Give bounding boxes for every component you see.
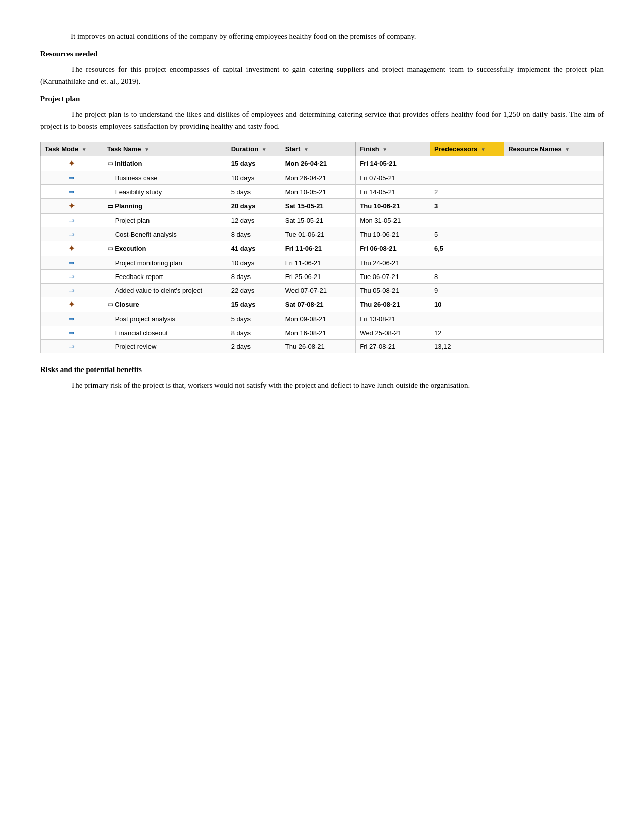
table-row: ⇒Feasibility study5 daysMon 10-05-21Fri …: [41, 185, 604, 199]
task-name-cell: Project plan: [103, 214, 227, 227]
start-cell: Sat 15-05-21: [281, 214, 356, 227]
finish-cell: Fri 06-08-21: [356, 241, 430, 256]
table-row: ⇒Project monitoring plan10 daysFri 11-06…: [41, 256, 604, 270]
task-name-cell: Post project analysis: [103, 312, 227, 326]
dropdown-arrow-mode[interactable]: ▼: [82, 147, 87, 152]
predecessors-cell: 5: [430, 227, 504, 241]
task-icon: ⇒: [69, 230, 75, 238]
task-name-cell: Project review: [103, 340, 227, 353]
task-mode-cell: ⇒: [41, 340, 103, 353]
task-name-cell: ▭ Initiation: [103, 156, 227, 171]
col-header-predecessors[interactable]: Predecessors ▼: [430, 142, 504, 156]
table-row: ⇒Project plan12 daysSat 15-05-21Mon 31-0…: [41, 214, 604, 227]
summary-icon: ✦: [68, 244, 75, 253]
predecessors-cell: 13,12: [430, 340, 504, 353]
col-header-mode[interactable]: Task Mode ▼: [41, 142, 103, 156]
finish-cell: Thu 24-06-21: [356, 256, 430, 270]
dropdown-arrow-duration[interactable]: ▼: [262, 147, 267, 152]
task-mode-cell: ✦: [41, 156, 103, 171]
start-cell: Mon 16-08-21: [281, 326, 356, 340]
task-icon: ⇒: [69, 216, 75, 224]
task-icon: ⇒: [69, 174, 75, 182]
task-mode-cell: ⇒: [41, 227, 103, 241]
predecessors-cell: 10: [430, 297, 504, 312]
start-cell: Sat 15-05-21: [281, 199, 356, 214]
duration-cell: 22 days: [227, 284, 281, 297]
table-row: ⇒Business case10 daysMon 26-04-21Fri 07-…: [41, 171, 604, 185]
task-icon: ⇒: [69, 315, 75, 323]
table-row: ⇒Financial closeout8 daysMon 16-08-21Wed…: [41, 326, 604, 340]
duration-cell: 15 days: [227, 156, 281, 171]
finish-cell: Thu 10-06-21: [356, 227, 430, 241]
resource-cell: [504, 171, 604, 185]
task-mode-cell: ⇒: [41, 326, 103, 340]
summary-prefix: ▭: [107, 160, 115, 167]
predecessors-cell: [430, 312, 504, 326]
col-header-duration[interactable]: Duration ▼: [227, 142, 281, 156]
summary-prefix: ▭: [107, 301, 115, 308]
dropdown-arrow-name[interactable]: ▼: [144, 147, 150, 152]
predecessors-cell: [430, 214, 504, 227]
task-name-cell: Cost-Benefit analysis: [103, 227, 227, 241]
projectplan-paragraph: The project plan is to understand the li…: [40, 108, 604, 132]
task-name-cell: Feasibility study: [103, 185, 227, 199]
resource-cell: [504, 270, 604, 284]
resource-cell: [504, 241, 604, 256]
start-cell: Mon 10-05-21: [281, 185, 356, 199]
start-cell: Wed 07-07-21: [281, 284, 356, 297]
duration-cell: 2 days: [227, 340, 281, 353]
start-cell: Mon 26-04-21: [281, 171, 356, 185]
dropdown-arrow-finish[interactable]: ▼: [382, 147, 387, 152]
duration-cell: 10 days: [227, 171, 281, 185]
finish-cell: Thu 05-08-21: [356, 284, 430, 297]
table-row: ✦▭ Planning20 daysSat 15-05-21Thu 10-06-…: [41, 199, 604, 214]
duration-cell: 12 days: [227, 214, 281, 227]
resource-cell: [504, 312, 604, 326]
task-icon: ⇒: [69, 286, 75, 294]
table-row: ⇒Added value to cleint's project22 daysW…: [41, 284, 604, 297]
duration-cell: 8 days: [227, 227, 281, 241]
duration-cell: 5 days: [227, 312, 281, 326]
start-cell: Mon 26-04-21: [281, 156, 356, 171]
task-mode-cell: ✦: [41, 297, 103, 312]
table-row: ⇒Project review2 daysThu 26-08-21Fri 27-…: [41, 340, 604, 353]
col-header-finish[interactable]: Finish ▼: [356, 142, 430, 156]
dropdown-arrow-resource[interactable]: ▼: [565, 147, 570, 152]
predecessors-cell: 3: [430, 199, 504, 214]
summary-prefix: ▭: [107, 202, 115, 210]
task-name-cell: Feedback report: [103, 270, 227, 284]
finish-cell: Fri 14-05-21: [356, 156, 430, 171]
predecessors-cell: 12: [430, 326, 504, 340]
start-cell: Mon 09-08-21: [281, 312, 356, 326]
duration-cell: 8 days: [227, 270, 281, 284]
start-cell: Sat 07-08-21: [281, 297, 356, 312]
dropdown-arrow-start[interactable]: ▼: [304, 147, 309, 152]
task-icon: ⇒: [69, 272, 75, 281]
predecessors-cell: 8: [430, 270, 504, 284]
finish-cell: Thu 10-06-21: [356, 199, 430, 214]
table-row: ⇒Feedback report8 daysFri 25-06-21Tue 06…: [41, 270, 604, 284]
duration-cell: 8 days: [227, 326, 281, 340]
task-icon: ⇒: [69, 188, 75, 196]
duration-cell: 10 days: [227, 256, 281, 270]
resource-cell: [504, 284, 604, 297]
task-icon: ⇒: [69, 329, 75, 337]
predecessors-cell: 9: [430, 284, 504, 297]
risks-paragraph: The primary risk of the project is that,…: [40, 379, 604, 391]
task-mode-cell: ⇒: [41, 270, 103, 284]
projectplan-heading: Project plan: [40, 95, 604, 103]
col-header-name[interactable]: Task Name ▼: [103, 142, 227, 156]
risks-heading: Risks and the potential benefits: [40, 365, 604, 374]
col-header-resource[interactable]: Resource Names ▼: [504, 142, 604, 156]
summary-icon: ✦: [68, 159, 75, 168]
dropdown-arrow-predecessors[interactable]: ▼: [481, 147, 486, 152]
finish-cell: Fri 07-05-21: [356, 171, 430, 185]
project-plan-table: Task Mode ▼Task Name ▼Duration ▼Start ▼F…: [40, 142, 604, 353]
col-header-start[interactable]: Start ▼: [281, 142, 356, 156]
task-name-cell: Business case: [103, 171, 227, 185]
finish-cell: Mon 31-05-21: [356, 214, 430, 227]
summary-icon: ✦: [68, 300, 75, 309]
table-row: ⇒Post project analysis5 daysMon 09-08-21…: [41, 312, 604, 326]
resource-cell: [504, 256, 604, 270]
predecessors-cell: 2: [430, 185, 504, 199]
